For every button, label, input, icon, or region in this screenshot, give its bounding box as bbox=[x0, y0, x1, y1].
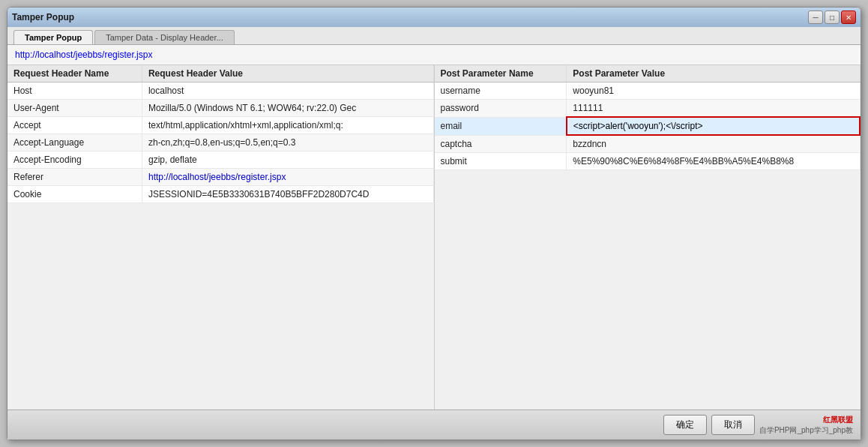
title-bar: Tamper Popup ─ □ ✕ bbox=[7, 8, 861, 27]
post-param-name: password bbox=[435, 100, 567, 118]
post-param-value: %E5%90%8C%E6%84%8F%E4%BB%A5%E4%B8%8 bbox=[567, 153, 860, 170]
request-header-name: Accept-Language bbox=[7, 134, 142, 152]
request-header-name: Accept bbox=[7, 117, 142, 134]
request-header-name: Cookie bbox=[7, 186, 142, 203]
url-bar: http://localhost/jeebbs/register.jspx bbox=[7, 45, 861, 65]
request-header-name-col: Request Header Name bbox=[7, 65, 142, 82]
request-headers-panel: Request Header Name Request Header Value… bbox=[7, 65, 435, 410]
request-header-value: JSESSIONID=4E5B3330631B740B5BFF2D280D7C4… bbox=[142, 186, 433, 203]
watermark-line1: 红黑联盟 bbox=[823, 415, 853, 425]
tab-tamper-data[interactable]: Tamper Data - Display Header... bbox=[94, 30, 235, 44]
request-header-value: zh-cn,zh;q=0.8,en-us;q=0.5,en;q=0.3 bbox=[142, 134, 433, 152]
post-param-value: <script>alert('wooyun');<\/script> bbox=[567, 117, 860, 135]
post-param-value: bzzdncn bbox=[567, 135, 860, 153]
table-row: password111111 bbox=[435, 100, 861, 118]
post-params-table: Post Parameter Name Post Parameter Value… bbox=[435, 65, 861, 170]
post-param-name: captcha bbox=[435, 135, 567, 153]
minimize-button[interactable]: ─ bbox=[808, 10, 823, 24]
tab-tamper-popup[interactable]: Tamper Popup bbox=[13, 30, 93, 44]
table-row: CookieJSESSIONID=4E5B3330631B740B5BFF2D2… bbox=[7, 186, 433, 203]
request-header-name: Host bbox=[7, 82, 142, 100]
table-row: Hostlocalhost bbox=[7, 82, 433, 100]
table-row: Refererhttp://localhost/jeebbs/register.… bbox=[7, 169, 433, 186]
bottom-bar: 确定 取消 红黑联盟 自学PHP网_php学习_php教 bbox=[7, 410, 861, 440]
table-row: submit%E5%90%8C%E6%84%8F%E4%BB%A5%E4%B8%… bbox=[435, 153, 861, 170]
post-params-panel: Post Parameter Name Post Parameter Value… bbox=[435, 65, 861, 410]
table-row: email<script>alert('wooyun');<\/script> bbox=[435, 117, 861, 135]
table-row: Accepttext/html,application/xhtml+xml,ap… bbox=[7, 117, 433, 134]
post-param-name: username bbox=[435, 82, 567, 100]
tamper-popup-window: Tamper Popup ─ □ ✕ Tamper Popup Tamper D… bbox=[7, 7, 861, 440]
table-row: User-AgentMozilla/5.0 (Windows NT 6.1; W… bbox=[7, 100, 433, 117]
table-row: captchabzzdncn bbox=[435, 135, 861, 153]
table-row: Accept-Languagezh-cn,zh;q=0.8,en-us;q=0.… bbox=[7, 134, 433, 152]
post-param-name-col: Post Parameter Name bbox=[435, 65, 567, 82]
request-headers-table: Request Header Name Request Header Value… bbox=[7, 65, 434, 203]
request-header-value: text/html,application/xhtml+xml,applicat… bbox=[142, 117, 433, 134]
request-header-value: gzip, deflate bbox=[142, 152, 433, 169]
window-controls: ─ □ ✕ bbox=[808, 10, 856, 24]
post-param-value: wooyun81 bbox=[567, 82, 860, 100]
post-param-value: 111111 bbox=[567, 100, 860, 118]
window-title: Tamper Popup bbox=[12, 12, 74, 22]
post-param-name: submit bbox=[435, 153, 567, 170]
watermark-line2: 自学PHP网_php学习_php教 bbox=[759, 425, 853, 436]
request-header-value: Mozilla/5.0 (Windows NT 6.1; WOW64; rv:2… bbox=[142, 100, 433, 117]
request-header-value: http://localhost/jeebbs/register.jspx bbox=[142, 169, 433, 186]
request-header-value: localhost bbox=[142, 82, 433, 100]
watermark: 红黑联盟 自学PHP网_php学习_php教 bbox=[759, 415, 853, 436]
request-header-name: Referer bbox=[7, 169, 142, 186]
cancel-button[interactable]: 取消 bbox=[711, 415, 755, 435]
table-row: usernamewooyun81 bbox=[435, 82, 861, 100]
request-header-value-col: Request Header Value bbox=[142, 65, 433, 82]
request-header-name: Accept-Encoding bbox=[7, 152, 142, 169]
main-content: Request Header Name Request Header Value… bbox=[7, 65, 861, 410]
tab-bar: Tamper Popup Tamper Data - Display Heade… bbox=[7, 27, 861, 45]
request-header-name: User-Agent bbox=[7, 100, 142, 117]
table-row: Accept-Encodinggzip, deflate bbox=[7, 152, 433, 169]
post-param-name: email bbox=[435, 117, 567, 135]
maximize-button[interactable]: □ bbox=[825, 10, 840, 24]
close-button[interactable]: ✕ bbox=[841, 10, 856, 24]
post-param-value-col: Post Parameter Value bbox=[567, 65, 860, 82]
confirm-button[interactable]: 确定 bbox=[663, 415, 707, 435]
